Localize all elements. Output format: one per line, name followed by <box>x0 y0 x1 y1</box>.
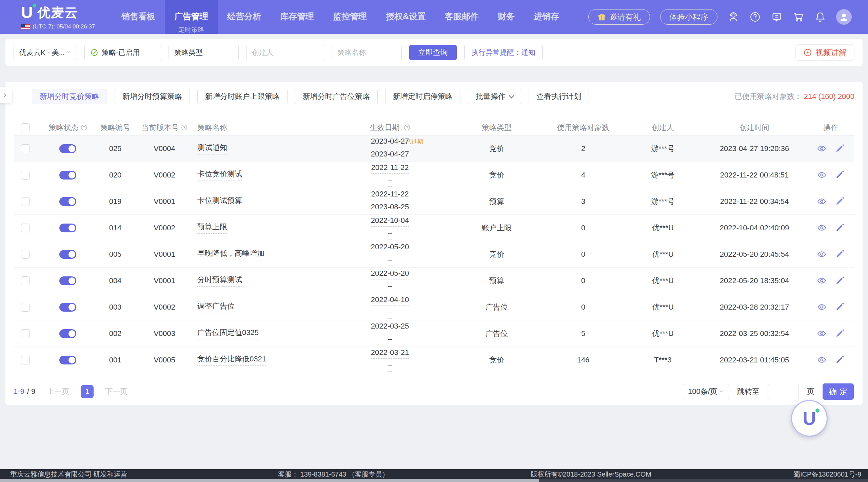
effective-date-start[interactable]: 2022-05-20 <box>371 269 409 279</box>
edit-icon[interactable] <box>835 250 844 259</box>
toolbar-button[interactable]: 新增分时账户上限策略 <box>197 89 288 104</box>
video-guide-button[interactable]: 视频讲解 <box>795 44 854 61</box>
invite-button[interactable]: 邀请有礼 <box>588 9 650 25</box>
toolbar-button[interactable]: 新增分时广告位策略 <box>295 89 378 104</box>
view-icon[interactable] <box>817 250 826 259</box>
help-icon[interactable] <box>749 11 761 23</box>
nav-item[interactable]: 经营分析 <box>218 0 271 34</box>
avatar[interactable] <box>836 9 852 25</box>
info-icon[interactable] <box>404 124 410 131</box>
edit-icon[interactable] <box>835 355 844 364</box>
search-button[interactable]: 立即查询 <box>409 45 457 60</box>
nav-item[interactable]: 库存管理 <box>271 0 323 34</box>
select-all-checkbox[interactable] <box>21 123 30 132</box>
view-icon[interactable] <box>817 355 826 364</box>
effective-date-end[interactable]: 2023-08-25 <box>371 203 409 213</box>
nav-item[interactable]: 销售看板 <box>112 0 165 34</box>
confirm-button[interactable]: 确定 <box>823 383 854 400</box>
status-toggle[interactable] <box>59 356 76 364</box>
status-toggle[interactable] <box>59 144 76 153</box>
row-checkbox[interactable] <box>21 329 30 338</box>
effective-date-start[interactable]: 2023-04-27 <box>371 137 409 147</box>
toolbar-button[interactable]: 新增分时预算策略 <box>115 89 190 104</box>
prev-page-button[interactable]: 上一页 <box>47 386 69 397</box>
effective-date-start[interactable]: 2022-11-22 <box>371 190 409 200</box>
view-icon[interactable] <box>817 223 826 232</box>
feedback-icon[interactable] <box>771 11 783 23</box>
effective-date-start[interactable]: 2022-04-10 <box>371 295 409 306</box>
creator-input[interactable] <box>252 48 318 57</box>
edit-icon[interactable] <box>835 329 844 338</box>
strategy-name-link[interactable]: 调整广告位 <box>197 301 235 313</box>
strategy-name-link[interactable]: 分时预算测试 <box>197 275 242 287</box>
info-icon[interactable] <box>181 124 188 131</box>
account-select[interactable]: 优麦云K - 美... <box>14 45 77 60</box>
row-checkbox[interactable] <box>21 250 30 259</box>
bell-icon[interactable] <box>814 11 826 23</box>
cart-icon[interactable] <box>793 11 804 23</box>
support-icon[interactable] <box>728 11 739 23</box>
strategy-name-link[interactable]: 测试通知 <box>197 143 227 154</box>
effective-date-end[interactable]: -- <box>388 282 393 292</box>
effective-date-start[interactable]: 2022-05-20 <box>371 243 409 253</box>
effective-date-end[interactable]: -- <box>388 255 393 266</box>
effective-date-start[interactable]: 2022-03-25 <box>371 322 409 332</box>
nav-item[interactable]: 客服邮件 <box>435 0 488 34</box>
view-icon[interactable] <box>817 144 826 153</box>
row-checkbox[interactable] <box>21 356 30 364</box>
row-checkbox[interactable] <box>21 144 30 153</box>
type-select[interactable]: 策略类型 <box>169 45 239 60</box>
effective-date-start[interactable]: 2022-03-21 <box>371 348 409 359</box>
status-filter[interactable]: 策略-已启用 <box>84 45 161 60</box>
view-icon[interactable] <box>817 302 826 312</box>
nav-item[interactable]: 监控管理 <box>323 0 376 34</box>
nav-item[interactable]: 授权&设置 <box>376 0 435 34</box>
edit-icon[interactable] <box>835 302 844 312</box>
edit-icon[interactable] <box>835 197 844 206</box>
view-icon[interactable] <box>817 329 826 338</box>
strategy-name-link[interactable]: 广告位固定值0325 <box>197 328 259 339</box>
page-size-select[interactable]: 100条/页 <box>683 384 729 399</box>
strategy-name-input[interactable] <box>337 48 396 57</box>
row-checkbox[interactable] <box>21 171 30 180</box>
edit-icon[interactable] <box>835 276 844 285</box>
nav-item[interactable]: 广告管理 定时策略 <box>165 0 218 34</box>
toolbar-button[interactable]: 新增分时竞价策略 <box>32 89 107 104</box>
horizontal-scrollbar[interactable] <box>0 479 868 482</box>
strategy-name-link[interactable]: 预算上限 <box>197 222 227 234</box>
status-toggle[interactable] <box>59 250 76 259</box>
strategy-name-link[interactable]: 竞价百分比降低0321 <box>197 354 266 366</box>
effective-date-end[interactable]: -- <box>388 176 393 187</box>
view-icon[interactable] <box>817 170 826 180</box>
status-toggle[interactable] <box>59 171 76 180</box>
status-toggle[interactable] <box>59 197 76 206</box>
status-toggle[interactable] <box>59 329 76 338</box>
effective-date-start[interactable]: 2022-11-22 <box>371 163 409 174</box>
page-1-button[interactable]: 1 <box>81 385 94 398</box>
strategy-name-link[interactable]: 卡位竞价测试 <box>197 169 242 181</box>
edit-icon[interactable] <box>835 170 844 180</box>
toolbar-button[interactable]: 批量操作 <box>468 89 521 104</box>
view-icon[interactable] <box>817 197 826 206</box>
effective-date-end[interactable]: 2023-04-27 <box>371 150 409 160</box>
row-checkbox[interactable] <box>21 197 30 206</box>
status-toggle[interactable] <box>59 224 76 232</box>
edit-icon[interactable] <box>835 144 844 153</box>
strategy-name-link[interactable]: 卡位测试预算 <box>197 195 242 207</box>
jump-page-input[interactable] <box>768 384 799 399</box>
info-icon[interactable] <box>81 124 87 131</box>
alert-setting-button[interactable]: 执行异常提醒：通知 <box>464 45 542 60</box>
row-checkbox[interactable] <box>21 303 30 312</box>
effective-date-end[interactable]: -- <box>388 308 393 319</box>
nav-item[interactable]: 进销存 <box>524 0 569 34</box>
effective-date-end[interactable]: -- <box>388 361 393 372</box>
edit-icon[interactable] <box>835 223 844 232</box>
toolbar-button[interactable]: 新增定时启停策略 <box>385 89 460 104</box>
nav-item[interactable]: 财务 <box>488 0 524 34</box>
row-checkbox[interactable] <box>21 276 30 285</box>
sidebar-expand-button[interactable] <box>0 87 12 103</box>
status-toggle[interactable] <box>59 303 76 312</box>
row-checkbox[interactable] <box>21 224 30 232</box>
effective-date-end[interactable]: -- <box>388 335 393 345</box>
floating-assistant-button[interactable]: U <box>791 400 828 437</box>
